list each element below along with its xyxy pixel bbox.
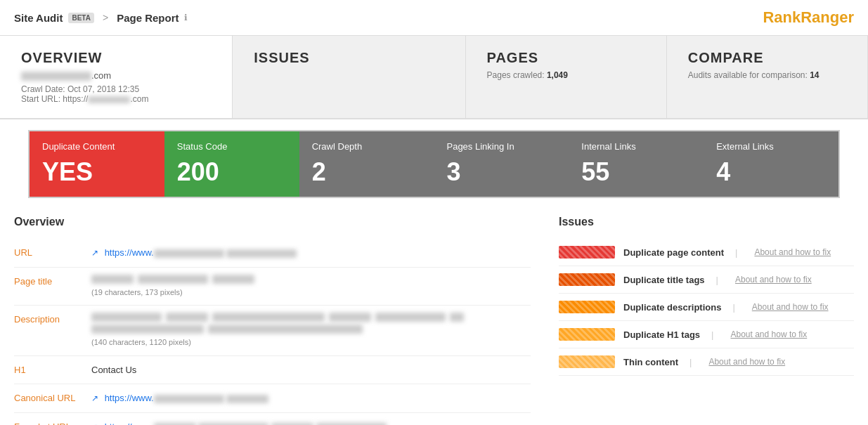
metric-duplicate-content: Duplicate Content YES — [30, 131, 164, 197]
issue-duplicate-h1-tags: Duplicate H1 tags | About and how to fix — [559, 321, 854, 348]
metric-internal-links: Internal Links 55 — [569, 131, 704, 197]
overview-panel: Overview URL ↗ https://www. Page title (… — [14, 216, 531, 425]
compare-count: 14 — [810, 70, 819, 80]
tab-issues[interactable]: ISSUES — [233, 36, 465, 118]
metric-status-code-label: Status Code — [177, 141, 287, 152]
page-title-blur2 — [138, 275, 208, 284]
page-title-blur1 — [91, 275, 134, 284]
content-area: Overview URL ↗ https://www. Page title (… — [0, 209, 868, 425]
issue-link-duplicate-descriptions[interactable]: About and how to fix — [752, 302, 829, 312]
logo: RankRanger — [763, 8, 854, 27]
metric-pages-linking: Pages Linking In 3 — [434, 131, 569, 197]
metric-cards-wrapper: Duplicate Content YES Status Code 200 Cr… — [0, 130, 868, 198]
found-url-link[interactable]: https://www. — [105, 421, 387, 425]
link-icon-canonical: ↗ — [91, 393, 98, 403]
overview-row-h1: H1 Contact Us — [14, 356, 531, 385]
overview-label-page-title: Page title — [14, 275, 91, 287]
page-title-blur-row — [91, 275, 531, 284]
pipe5: | — [689, 357, 692, 367]
url-blur1 — [154, 249, 224, 258]
pipe4: | — [711, 329, 713, 340]
metric-status-code-value: 200 — [177, 157, 287, 187]
issues-panel: Issues Duplicate page content | About an… — [559, 216, 854, 425]
tab-overview-label: OVERVIEW — [21, 50, 211, 66]
issue-label-duplicate-descriptions: Duplicate descriptions — [623, 302, 721, 313]
start-url: Start URL: https://.com — [21, 94, 211, 104]
tab-pages[interactable]: PAGES Pages crawled: 1,049 — [466, 36, 667, 118]
domain-blur — [21, 72, 91, 81]
metric-pages-linking-value: 3 — [446, 157, 556, 187]
overview-label-url: URL — [14, 246, 91, 258]
metric-duplicate-content-value: YES — [42, 157, 152, 187]
metric-cards: Duplicate Content YES Status Code 200 Cr… — [28, 130, 840, 198]
header: Site Audit BETA > Page Report ℹ RankRang… — [0, 0, 868, 36]
desc-blur4 — [329, 313, 371, 322]
crawl-date: Crawl Date: Oct 07, 2018 12:35 — [21, 84, 211, 94]
metric-duplicate-content-label: Duplicate Content — [42, 141, 152, 152]
canonical-link[interactable]: https://www. — [105, 393, 269, 403]
desc-blur2 — [166, 313, 208, 322]
page-title-blur3 — [212, 275, 254, 284]
issue-link-duplicate-title-tags[interactable]: About and how to fix — [735, 275, 812, 285]
issue-bar-duplicate-h1-tags — [559, 328, 615, 341]
issue-bar-duplicate-title-tags — [559, 273, 615, 286]
desc-blur8 — [208, 325, 363, 334]
logo-text2: Ranger — [801, 8, 854, 26]
pages-count: 1,049 — [547, 70, 568, 80]
page-title-sub: (19 characters, 173 pixels) — [91, 287, 531, 299]
overview-value-h1: Contact Us — [91, 363, 531, 377]
metric-crawl-depth-value: 2 — [312, 157, 422, 187]
issue-link-thin-content[interactable]: About and how to fix — [708, 357, 785, 367]
issue-duplicate-page-content: Duplicate page content | About and how t… — [559, 239, 854, 266]
canonical-blur1 — [154, 395, 224, 403]
issue-duplicate-descriptions: Duplicate descriptions | About and how t… — [559, 294, 854, 321]
link-icon-found-url: ↗ — [91, 422, 98, 425]
issues-section-title: Issues — [559, 216, 854, 228]
overview-value-page-title: (19 characters, 173 pixels) — [91, 275, 531, 299]
tab-issues-label: ISSUES — [254, 50, 443, 66]
overview-label-h1: H1 — [14, 363, 91, 375]
desc-blur-row1 — [91, 313, 531, 322]
metric-status-code: Status Code 200 — [164, 131, 299, 197]
metric-internal-links-label: Internal Links — [581, 141, 691, 152]
site-audit-label: Site Audit — [14, 12, 63, 24]
metric-crawl-depth: Crawl Depth 2 — [299, 131, 434, 197]
pipe1: | — [735, 247, 737, 258]
tab-overview[interactable]: OVERVIEW .com Crawl Date: Oct 07, 2018 1… — [0, 36, 233, 118]
overview-row-canonical: Canonical URL ↗ https://www. — [14, 384, 531, 413]
description-sub: (140 characters, 1120 pixels) — [91, 336, 531, 348]
issue-bar-duplicate-page-content — [559, 246, 615, 259]
desc-blur1 — [91, 313, 162, 322]
tab-compare[interactable]: COMPARE Audits available for comparison:… — [667, 36, 868, 118]
crawl-date-label: Crawl Date: Oct 07, 2018 12:35 — [21, 84, 139, 94]
issue-bar-thin-content — [559, 355, 615, 368]
header-separator: > — [103, 12, 108, 23]
issue-link-duplicate-page-content[interactable]: About and how to fix — [754, 247, 831, 257]
metric-external-links-value: 4 — [716, 157, 826, 187]
issue-thin-content: Thin content | About and how to fix — [559, 348, 854, 376]
logo-text1: Rank — [763, 8, 801, 26]
info-icon[interactable]: ℹ — [184, 13, 188, 22]
beta-badge: BETA — [68, 13, 93, 23]
desc-blur3 — [212, 313, 325, 322]
issue-link-duplicate-h1-tags[interactable]: About and how to fix — [730, 329, 807, 339]
url-link[interactable]: https://www. — [105, 247, 297, 258]
h1-text: Contact Us — [91, 365, 136, 375]
overview-value-url: ↗ https://www. — [91, 246, 531, 260]
overview-value-found-url: ↗ https://www. — [91, 420, 531, 425]
overview-row-url: URL ↗ https://www. — [14, 239, 531, 268]
issue-label-duplicate-title-tags: Duplicate title tags — [623, 275, 705, 285]
domain-tld: .com — [91, 70, 111, 81]
url-blur2 — [226, 249, 297, 258]
issue-label-duplicate-page-content: Duplicate page content — [623, 247, 724, 258]
overview-label-description: Description — [14, 313, 91, 325]
desc-blur6 — [450, 313, 464, 322]
metric-external-links-label: External Links — [716, 141, 826, 152]
start-url-text: Start URL: https:// — [21, 94, 88, 104]
overview-row-description: Description (140 characters, 1120 pixels… — [14, 306, 531, 356]
page-report-title: Page Report — [117, 12, 179, 24]
header-left: Site Audit BETA > Page Report ℹ — [14, 12, 188, 24]
main-tabs: OVERVIEW .com Crawl Date: Oct 07, 2018 1… — [0, 36, 868, 119]
overview-label-found-url: Found at URL — [14, 420, 91, 425]
desc-blur7 — [91, 325, 204, 334]
